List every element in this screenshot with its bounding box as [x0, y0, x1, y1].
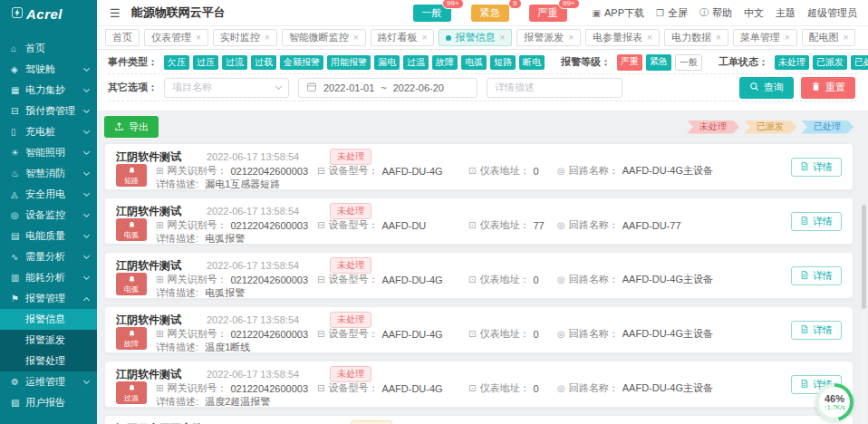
event-type-chip[interactable]: 金额报警: [280, 55, 323, 70]
header-link[interactable]: 超级管理员: [807, 6, 857, 20]
project-select[interactable]: 项目名称: [164, 78, 289, 98]
close-tab-icon[interactable]: ×: [844, 33, 849, 43]
event-type-chip[interactable]: 漏电: [374, 55, 400, 70]
tab-label: 智能微断监控: [289, 31, 349, 44]
performance-gauge[interactable]: 46% ↑1.7K/s: [815, 383, 854, 421]
header-link-label: 超级管理员: [807, 6, 857, 20]
tab[interactable]: 菜单管理 ×: [733, 29, 797, 46]
alarm-level-chip[interactable]: 一般: [675, 54, 702, 71]
tab[interactable]: 配电图 ×: [802, 29, 856, 46]
card-header: 江阴软件测试 2022-06-17 13:58:54 未处理: [116, 312, 371, 328]
chevron-icon: [83, 274, 90, 280]
event-type-chip[interactable]: 过压: [193, 55, 218, 70]
sidebar-item[interactable]: ◎ 设备监控: [0, 205, 97, 226]
header-link[interactable]: 中文: [744, 6, 764, 20]
close-tab-icon[interactable]: ×: [353, 33, 359, 43]
close-tab-icon[interactable]: ×: [716, 33, 721, 43]
export-button[interactable]: 导出: [104, 116, 159, 138]
tab[interactable]: 路灯看板 ×: [371, 29, 435, 46]
logo-text: Acrel: [26, 6, 63, 22]
tab-label: 仪表管理: [151, 31, 191, 44]
close-tab-icon[interactable]: ×: [499, 33, 505, 43]
header-link[interactable]: 主题: [776, 6, 796, 20]
header-link[interactable]: ▣ APP下载: [593, 6, 644, 20]
sidebar-item[interactable]: ⌂ 首页: [0, 38, 97, 59]
search-button[interactable]: 查询: [739, 77, 794, 99]
alarm-level-chip[interactable]: 严重: [617, 54, 642, 71]
tab[interactable]: 电力数据 ×: [664, 29, 728, 46]
sidebar-item[interactable]: ▯ 充电桩: [0, 121, 97, 142]
alarm-counter[interactable]: 严重 99+: [529, 5, 567, 22]
tab[interactable]: 首页 ×: [105, 29, 140, 46]
sidebar-item[interactable]: 报警派发: [0, 330, 97, 351]
event-type-chip[interactable]: 过流: [222, 55, 247, 70]
sidebar-item[interactable]: ☀ 智能照明: [0, 142, 97, 163]
sidebar-item[interactable]: ⚙ 运维管理: [0, 371, 97, 392]
close-tab-icon[interactable]: ×: [196, 33, 201, 43]
event-type-chip[interactable]: 过载: [251, 55, 276, 70]
event-type-chip[interactable]: 电弧: [461, 55, 487, 70]
event-type-chip[interactable]: 欠压: [164, 55, 189, 70]
sidebar-item[interactable]: ◬ 安全用电: [0, 184, 97, 205]
close-tab-icon[interactable]: ×: [265, 33, 270, 43]
alarm-card: 江阴微电网研究院 2022-06-17 11:31:34 已派发: [104, 415, 854, 424]
alarm-level-chip[interactable]: 紧急: [646, 54, 671, 71]
card-description: 详情描述: 电弧报警: [156, 232, 245, 246]
counter-label: 紧急: [480, 7, 500, 18]
sidebar-item[interactable]: ▤ 电能质量: [0, 226, 97, 246]
description-input[interactable]: 详情描述: [487, 78, 622, 98]
sidebar-item[interactable]: ⚑ 报警管理: [0, 288, 97, 309]
cockpit-icon: ◈: [11, 64, 25, 74]
close-tab-icon[interactable]: ×: [568, 33, 574, 43]
close-tab-icon[interactable]: ×: [785, 33, 790, 43]
main-area: ☰ 能源物联网云平台 一般 99+ 紧急 9: [97, 0, 868, 424]
close-tab-icon[interactable]: ×: [422, 33, 428, 43]
header-link[interactable]: ❐ 全屏: [656, 6, 688, 20]
work-status-chip[interactable]: 已处理: [851, 55, 868, 70]
tab[interactable]: 实时监控 ×: [213, 29, 277, 46]
scrollbar-thumb[interactable]: [862, 205, 866, 309]
tab[interactable]: 智能微断监控 ×: [282, 29, 366, 46]
alarm-counter[interactable]: 一般 99+: [413, 5, 451, 22]
tab[interactable]: 电参量报表 ×: [585, 29, 660, 46]
export-icon: [114, 121, 124, 133]
event-type-chip[interactable]: 断电: [519, 55, 545, 70]
sidebar-item[interactable]: ∿ 需量分析: [0, 246, 97, 267]
document-icon: [800, 270, 809, 282]
close-tab-icon[interactable]: ×: [647, 33, 652, 43]
date-range-picker[interactable]: 2022-01-01 ~ 2022-06-20: [298, 78, 477, 98]
tab[interactable]: 报警派发 ×: [516, 29, 581, 46]
event-type-chip[interactable]: 用能报警: [327, 55, 371, 70]
legend-status: 已派发: [744, 120, 796, 134]
scrollbar[interactable]: [862, 205, 866, 424]
work-status-chip[interactable]: 已派发: [813, 55, 847, 70]
sidebar-item[interactable]: ▦ 电力集抄: [0, 80, 97, 101]
detail-button[interactable]: 详情: [791, 212, 842, 231]
event-type-chip[interactable]: 过温: [403, 55, 429, 70]
tab[interactable]: 报警信息 ×: [439, 29, 512, 46]
event-type-chip[interactable]: 故障: [432, 55, 458, 70]
sidebar-item[interactable]: ♨ 智慧消防: [0, 163, 97, 184]
sidebar-item[interactable]: 报警处理: [0, 351, 97, 371]
reset-button[interactable]: 重置: [801, 77, 855, 99]
sidebar-item[interactable]: ◈ 驾驶舱: [0, 59, 97, 80]
header-link[interactable]: ⓘ 帮助: [699, 6, 732, 20]
device-model-icon: ⊟: [317, 383, 324, 393]
sidebar-item[interactable]: ▧ 用户报告: [0, 392, 97, 413]
circuit-name: AAFD-DU-4G主设备: [622, 273, 713, 286]
collapse-menu-icon[interactable]: ☰: [110, 6, 121, 20]
detail-button[interactable]: 详情: [791, 266, 842, 285]
tab[interactable]: 仪表管理 ×: [144, 29, 208, 46]
work-status-chip[interactable]: 未处理: [775, 55, 809, 70]
detail-button[interactable]: 详情: [791, 158, 842, 177]
detail-button[interactable]: 详情: [791, 321, 842, 340]
sidebar-item[interactable]: ⊟ 预付费管理: [0, 101, 97, 121]
sidebar-item[interactable]: ▥ 能耗分析: [0, 267, 97, 288]
chevron-icon: [83, 253, 90, 259]
sidebar-item[interactable]: 报警信息: [0, 309, 97, 330]
alarm-counter[interactable]: 紧急 9: [471, 5, 509, 22]
work-status-label: 工单状态：: [719, 55, 768, 69]
event-type-label: 事件类型：: [108, 55, 158, 69]
card-header: 江阴软件测试 2022-06-17 13:58:54 未处理: [116, 149, 371, 165]
event-type-chip[interactable]: 短路: [490, 55, 516, 70]
